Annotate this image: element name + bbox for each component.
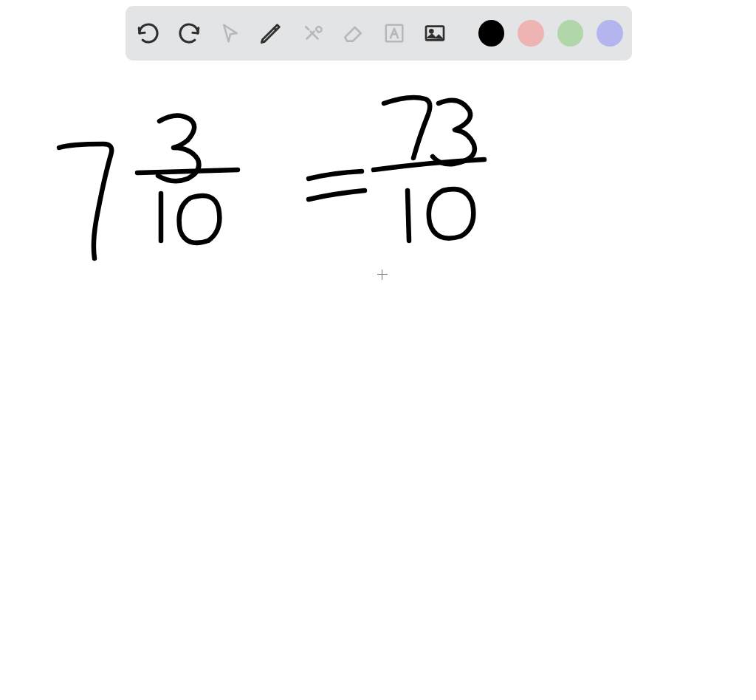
crosshair-cursor — [377, 270, 388, 280]
pencil-button[interactable] — [257, 19, 284, 47]
redo-icon — [176, 21, 202, 46]
image-icon — [423, 21, 447, 45]
pointer-icon — [219, 22, 241, 44]
svg-point-2 — [430, 30, 433, 32]
color-swatch-purple[interactable] — [597, 20, 623, 47]
tools-button[interactable] — [298, 19, 326, 47]
eraser-button[interactable] — [339, 19, 366, 47]
pointer-button[interactable] — [216, 19, 244, 47]
toolbar — [126, 6, 632, 61]
pencil-icon — [258, 21, 284, 46]
drawing-canvas[interactable] — [0, 0, 756, 700]
image-button[interactable] — [421, 19, 448, 47]
eraser-icon — [341, 21, 365, 45]
redo-button[interactable] — [175, 19, 202, 47]
tools-icon — [301, 22, 323, 44]
undo-button[interactable] — [134, 19, 162, 47]
undo-icon — [136, 21, 161, 46]
text-button[interactable] — [380, 19, 408, 47]
text-icon — [383, 22, 405, 44]
color-swatch-pink[interactable] — [518, 20, 544, 47]
color-swatch-green[interactable] — [557, 20, 584, 47]
color-swatch-black[interactable] — [478, 20, 505, 47]
